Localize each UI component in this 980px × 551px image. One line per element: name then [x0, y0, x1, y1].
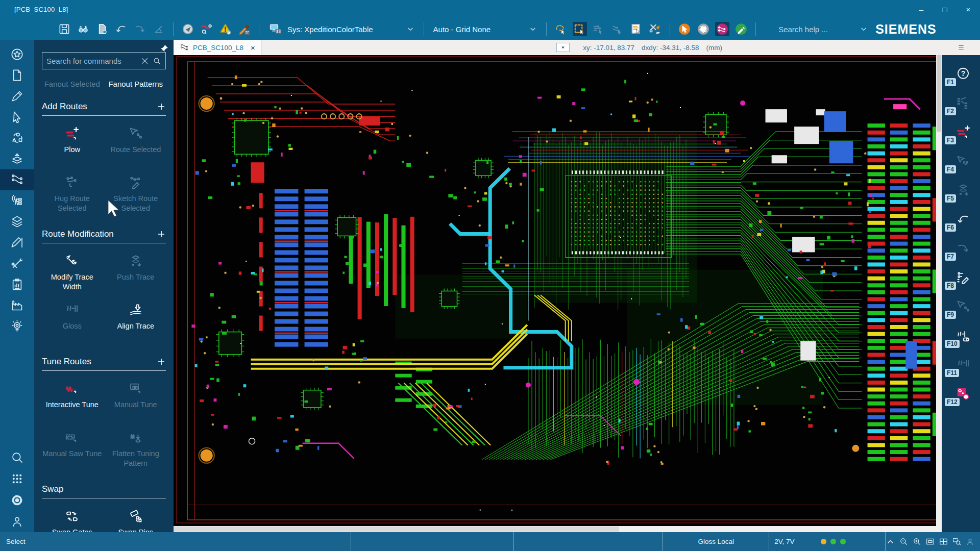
zoom-out-icon[interactable] [899, 537, 909, 546]
pcb-render[interactable] [174, 55, 942, 526]
command-align-trace[interactable]: Align Trace [106, 299, 166, 344]
rail-item-app-launcher[interactable] [0, 468, 34, 489]
rectangle-select-icon[interactable] [573, 22, 587, 36]
rail-item-settings[interactable] [0, 489, 34, 511]
net-select-alt-icon[interactable] [610, 22, 625, 36]
save-icon[interactable] [57, 22, 71, 36]
tab-bar: PCB_SC100_L8 × xy: -17.01, 83.77 dxdy: -… [174, 40, 942, 55]
fit-board-icon[interactable] [925, 537, 935, 546]
copy-document-icon[interactable] [95, 22, 109, 36]
select-mode-icon[interactable] [677, 22, 692, 36]
search-icon[interactable] [153, 57, 161, 65]
view-3d-icon[interactable] [181, 22, 195, 36]
color-table-dropdown[interactable]: Sys: XpeditionColorTable [266, 22, 416, 36]
vertical-scrollbar[interactable] [936, 55, 942, 526]
panel-corner[interactable] [942, 40, 980, 55]
coords-dropdown-button[interactable] [556, 43, 570, 52]
net-trace-icon[interactable] [200, 22, 214, 36]
zoom-in-icon[interactable] [912, 537, 922, 546]
command-modify-trace-width[interactable]: Modify Trace Width [42, 251, 103, 295]
fit-view-icon[interactable] [939, 537, 948, 546]
drc-warning-icon[interactable] [218, 22, 233, 36]
pcb-viewport[interactable] [174, 55, 942, 526]
status-empty-1 [351, 532, 514, 551]
minimize-button[interactable]: – [910, 0, 933, 18]
close-tab-icon[interactable]: × [251, 43, 255, 52]
find-icon[interactable] [76, 22, 90, 36]
rail-item-layers[interactable] [0, 211, 34, 232]
net-select-icon[interactable] [592, 22, 606, 36]
command-interactive-tune[interactable]: Interactive Tune [42, 378, 103, 423]
cut-edit-icon[interactable] [648, 22, 663, 36]
command-swap-gates[interactable]: Swap Gates [42, 506, 103, 532]
fkey-f10[interactable]: F10 [942, 321, 980, 350]
fkey-f3[interactable]: F3 [942, 117, 980, 146]
fkey-f7[interactable]: F7 [942, 234, 980, 263]
grid-dropdown[interactable]: Auto - Grid None [431, 25, 540, 34]
add-section-icon[interactable] [157, 357, 166, 366]
fkey-badge: F9 [945, 311, 956, 319]
add-section-icon[interactable] [157, 230, 166, 239]
horizontal-scrollbar[interactable] [174, 526, 942, 532]
fkey-f12[interactable]: F12 [942, 379, 980, 408]
rail-item-search[interactable] [0, 446, 34, 468]
rail-item-fanout[interactable] [0, 148, 34, 169]
list-select-icon[interactable] [629, 22, 644, 36]
command-push-trace: Push Trace [106, 251, 166, 295]
rail-item-draw[interactable] [0, 86, 34, 107]
chevron-down-icon[interactable] [860, 25, 868, 33]
help-search-input[interactable]: Search help ... [778, 25, 855, 34]
help-icon: ? [955, 66, 971, 82]
fkey-f4[interactable]: F4 [942, 146, 980, 176]
rail-item-favorites[interactable] [0, 44, 34, 65]
close-button[interactable]: × [957, 0, 980, 18]
fkey-f2[interactable]: F2 [942, 88, 980, 117]
section-title: Swap [42, 484, 64, 494]
command-route-selected: Route Selected [106, 123, 166, 168]
place-mode-icon[interactable] [696, 22, 710, 36]
clear-search-icon[interactable] [140, 57, 149, 65]
rail-item-ideas[interactable] [0, 316, 34, 337]
plow-icon [955, 124, 971, 140]
command-search-input[interactable] [46, 57, 137, 65]
rail-item-select[interactable] [0, 107, 34, 128]
lasso-select-icon[interactable] [554, 22, 568, 36]
draw-mode-icon[interactable] [734, 22, 748, 36]
rail-item-toolbox[interactable] [0, 253, 34, 274]
section-tune-routes: Tune RoutesInteractive TuneManual TuneMa… [42, 357, 166, 472]
rail-item-manufacturing[interactable] [0, 295, 34, 316]
add-section-icon[interactable] [157, 102, 166, 111]
status-light [821, 539, 826, 544]
command-swap-pins[interactable]: Swap Pins [106, 506, 166, 532]
command-fanout-patterns[interactable]: Fanout Patterns [106, 80, 166, 89]
session-icon[interactable] [965, 537, 975, 546]
tab-pcb-sc100-l8[interactable]: PCB_SC100_L8 × [174, 40, 262, 55]
zoom-area-icon[interactable] [952, 537, 962, 546]
rail-item-user-profile[interactable] [0, 511, 34, 532]
fkey-f9[interactable]: F9 [942, 292, 980, 321]
fkey-f11[interactable]: F11 [942, 350, 980, 379]
rail-item-reports[interactable] [0, 274, 34, 295]
fkey-f6[interactable]: F6 [942, 205, 980, 234]
redo-icon[interactable] [133, 22, 147, 36]
fkey-f1[interactable]: ?F1 [942, 59, 980, 88]
restore-button[interactable]: □ [933, 0, 957, 18]
angle-measure-icon[interactable] [152, 22, 166, 36]
rail-item-transform[interactable] [0, 128, 34, 148]
rail-item-sketch[interactable] [0, 232, 34, 253]
fkey-f8[interactable]: F8 [942, 263, 980, 292]
rail-item-route[interactable] [0, 169, 34, 190]
edit-properties-icon[interactable] [237, 22, 252, 36]
route-mode-icon[interactable] [715, 22, 729, 36]
status-mode: Select [6, 538, 26, 545]
rail-item-new-document[interactable] [0, 65, 34, 86]
undo-icon[interactable] [114, 22, 128, 36]
routes-icon [180, 43, 189, 52]
command-plow[interactable]: Plow [42, 123, 103, 168]
fkey-f5[interactable]: F5 [942, 176, 980, 205]
command-search[interactable] [42, 52, 166, 69]
pin-panel-icon[interactable] [159, 44, 169, 54]
expand-statusbar-icon[interactable] [886, 537, 895, 546]
modify-width-icon [64, 254, 80, 269]
rail-item-rf-design[interactable] [0, 190, 34, 211]
